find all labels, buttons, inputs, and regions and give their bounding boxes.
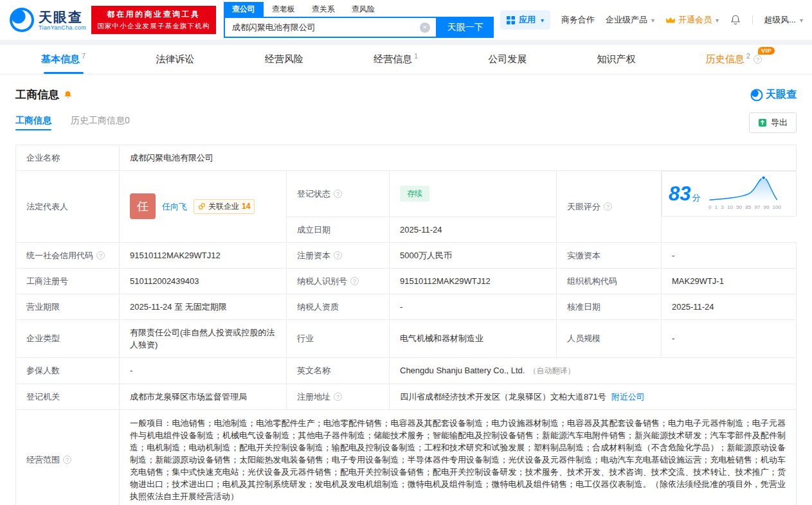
business-scope-help-icon[interactable]: [63, 456, 71, 464]
tab-history-label: 历史信息: [706, 53, 744, 66]
tianyancha-logo[interactable]: 天眼查 TianYanCha.com: [9, 7, 86, 33]
taxpayer-id-value: 91510112MAK29WTJ12: [390, 268, 557, 294]
brand-watermark-text: 天眼查: [766, 88, 797, 102]
apps-menu[interactable]: 应用: [500, 10, 550, 30]
table-row: 营业期限 2025-11-24 至 无固定期限 纳税人资质 - 核准日期 202…: [16, 294, 797, 319]
top-nav: 应用 商务合作 企业级产品 开通会员 超级风...: [500, 10, 803, 30]
tab-operating-risk[interactable]: 经营风险: [261, 45, 307, 74]
search-tab-company[interactable]: 查公司: [224, 2, 264, 17]
logo-text: 天眼查 TianYanCha.com: [39, 10, 86, 31]
english-name-note: （自动翻译）: [528, 366, 575, 375]
table-row: 法定代表人 任 任向飞 关联企业 14 登记状态: [16, 171, 797, 217]
tab-operating-info[interactable]: 经营信息 1: [370, 45, 422, 74]
search-input[interactable]: [232, 22, 420, 32]
taxpayer-id-help-icon[interactable]: [350, 277, 359, 285]
nav-business-label: 商务合作: [561, 14, 595, 26]
table-row: 统一社会信用代码 91510112MAK29WTJ12 注册资本 5000万人民…: [16, 242, 797, 268]
nav-enterprise-products[interactable]: 企业级产品: [606, 14, 654, 26]
org-code-value: MAK29WTJ-1: [662, 268, 797, 294]
company-type-value: 有限责任公司(非自然人投资或控股的法人独资): [120, 319, 287, 357]
score-label: 天眼评分: [557, 171, 662, 243]
legal-rep-name-link[interactable]: 任向飞: [162, 200, 187, 213]
apps-menu-label: 应用: [519, 14, 536, 26]
reg-capital-label-text: 注册资本: [297, 251, 330, 260]
nearby-companies-link[interactable]: 附近公司: [611, 392, 645, 402]
section-head: 工商信息 天眼查: [0, 75, 812, 102]
reg-status-label-text: 登记状态: [297, 189, 330, 199]
credit-code-value: 91510112MAK29WTJ12: [120, 242, 287, 268]
crown-icon: [665, 16, 676, 24]
export-button-label: 导出: [771, 117, 788, 128]
search-row: 天眼一下: [224, 17, 494, 38]
reg-authority-value: 成都市龙泉驿区市场监督管理局: [120, 384, 287, 409]
apps-grid-icon: [507, 16, 515, 24]
section-title-text: 工商信息: [15, 87, 59, 102]
reg-address-help-icon[interactable]: [334, 393, 342, 401]
related-companies-badge[interactable]: 关联企业 14: [194, 199, 255, 214]
subtab-history-business-info[interactable]: 历史工商信息0: [71, 115, 130, 130]
reg-capital-help-icon[interactable]: [334, 251, 342, 260]
staff-size-label: 人员规模: [557, 319, 662, 357]
business-scope-value: 一般项目：电池销售；电池制造；电池零配件生产；电池零配件销售；电容器及其配套设备…: [120, 409, 797, 505]
insured-num-value: -: [120, 357, 287, 384]
score-help-icon[interactable]: [604, 202, 612, 211]
nav-business-cooperation[interactable]: 商务合作: [561, 14, 595, 26]
score-value: 83: [669, 182, 690, 205]
credit-code-help-icon[interactable]: [96, 251, 105, 260]
monitor-bell-icon[interactable]: [63, 90, 73, 100]
search-input-wrap: [224, 17, 437, 38]
search-button[interactable]: 天眼一下: [437, 17, 494, 38]
tab-legal-proceedings[interactable]: 法律诉讼: [152, 45, 198, 74]
paid-capital-label: 实缴资本: [557, 242, 662, 268]
paid-capital-value: -: [662, 242, 797, 268]
legal-rep-label: 法定代表人: [16, 171, 120, 243]
company-name-label: 企业名称: [16, 145, 120, 171]
tab-operating-label: 经营信息: [374, 53, 412, 66]
score-cell[interactable]: 83分 0 1 3 10 50 85 97: [662, 171, 797, 217]
search-block: 查公司 查老板 查关系 查风险 天眼一下: [224, 2, 494, 38]
taxpayer-quality-label: 纳税人资质: [287, 294, 390, 319]
reg-status-help-icon[interactable]: [334, 190, 342, 198]
nav-enterprise-label: 企业级产品: [606, 14, 647, 26]
link-chain-icon: [198, 202, 206, 210]
promo-line1: 都在用的商业查询工具: [97, 9, 210, 20]
reg-capital-value: 5000万人民币: [390, 242, 557, 268]
notifications-bell[interactable]: [730, 14, 741, 26]
history-help-icon[interactable]: [753, 55, 762, 64]
approve-date-label: 核准日期: [557, 294, 662, 319]
export-icon: [758, 118, 767, 127]
subtab-business-info[interactable]: 工商信息: [15, 115, 51, 130]
promo-line2: 国家中小企业发展子基金旗下机构: [97, 22, 210, 31]
tab-basic-info-count: 7: [82, 52, 86, 60]
taxpayer-id-label: 纳税人识别号: [287, 268, 390, 294]
business-term-label: 营业期限: [16, 294, 120, 319]
tab-intellectual-property[interactable]: 知识产权: [593, 45, 640, 74]
clear-search-icon[interactable]: [420, 22, 430, 33]
export-button[interactable]: 导出: [749, 112, 797, 133]
insured-num-label: 参保人数: [16, 357, 120, 384]
tab-legal-label: 法律诉讼: [156, 53, 194, 66]
tab-development-label: 公司发展: [488, 53, 527, 66]
user-account-menu[interactable]: 超级风...: [764, 14, 803, 26]
nav-open-membership[interactable]: 开通会员: [665, 14, 719, 26]
reg-number-label: 工商注册号: [16, 268, 120, 294]
legal-rep-avatar[interactable]: 任: [130, 193, 156, 219]
legal-rep-cell: 任 任向飞 关联企业 14: [120, 171, 287, 243]
org-code-label: 组织机构代码: [557, 268, 662, 294]
reg-address-cell: 四川省成都经济技术开发区（龙泉驿区）文柏大道871号附近公司: [390, 384, 797, 409]
tab-risk-label: 经营风险: [265, 53, 303, 66]
reg-authority-label: 登记机关: [16, 384, 120, 409]
search-tab-boss[interactable]: 查老板: [264, 2, 303, 17]
top-bar: 天眼查 TianYanCha.com 都在用的商业查询工具 国家中小企业发展子基…: [0, 0, 812, 40]
tab-company-development[interactable]: 公司发展: [484, 45, 530, 74]
tab-history-info[interactable]: 历史信息 2 VIP: [702, 45, 766, 74]
search-tab-risk[interactable]: 查风险: [343, 2, 383, 17]
tab-basic-info[interactable]: 基本信息 7: [37, 45, 89, 74]
business-term-value: 2025-11-24 至 无固定期限: [120, 294, 287, 319]
english-name-label: 英文名称: [287, 357, 390, 384]
search-tab-relation[interactable]: 查关系: [303, 2, 343, 17]
brand-watermark: 天眼查: [750, 88, 797, 102]
bell-icon: [730, 14, 741, 26]
table-row: 登记机关 成都市龙泉驿区市场监督管理局 注册地址 四川省成都经济技术开发区（龙泉…: [16, 384, 797, 409]
status-badge: 存续: [400, 186, 429, 202]
